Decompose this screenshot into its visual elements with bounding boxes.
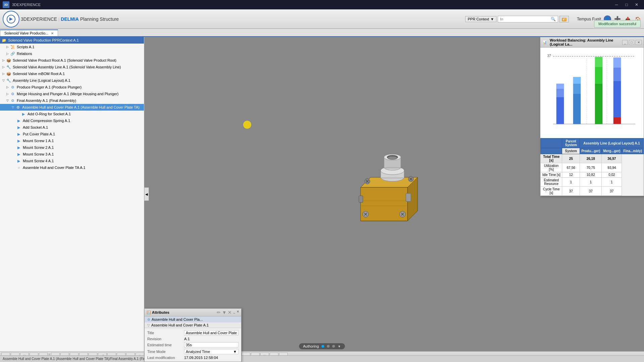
relations-icon: 🔗 xyxy=(10,51,15,56)
attr-value-last-mod: 17.09.2015 12:58:04 xyxy=(184,356,218,360)
merge-icon: ⚙ xyxy=(10,91,15,97)
authoring-expand[interactable]: ▼ xyxy=(338,345,341,348)
tree-item-add-socket[interactable]: ▶ Add Socket A.1 xyxy=(0,124,144,131)
tag-button[interactable]: 🏷 xyxy=(559,16,569,22)
attr-value-revision: A.1 xyxy=(184,337,190,341)
workload-restore[interactable]: □ xyxy=(629,40,634,45)
main-toolbar: 3DEXPERIENCE | DELMIA Planning Structure… xyxy=(0,9,644,29)
tree-screw4-label: Mount Screw 4 A.1 xyxy=(23,159,54,163)
search-input[interactable] xyxy=(500,17,551,21)
svg-rect-43 xyxy=(613,58,621,68)
search-box[interactable]: 🔍 xyxy=(498,16,558,22)
planning-structure-label: Planning Structure xyxy=(80,16,119,22)
tree-item-assembly-line[interactable]: ▷ 🔧 Solenoid Valve Assembly Line A.1 (So… xyxy=(0,64,144,70)
tree-item-mount-screw2[interactable]: ▶ Mount Screw 2 A.1 xyxy=(0,144,144,151)
tree-item-relations[interactable]: ▷ 🔗 Relations xyxy=(0,50,144,57)
tree-item-mount-screw3[interactable]: ▶ Mount Screw 3 A.1 xyxy=(0,151,144,158)
ppr-context-dropdown[interactable]: PPR Context ▼ xyxy=(465,16,496,22)
authoring-label: Authoring xyxy=(303,344,319,348)
minimize-button[interactable]: ─ xyxy=(612,0,621,9)
workload-close[interactable]: ✕ xyxy=(636,40,642,45)
tree-produce-label: Produce Plunger A.1 (Produce Plunger) xyxy=(17,85,82,89)
attr-minimize[interactable]: _ xyxy=(233,310,235,315)
wl-row-est-resource: Estimated Resource 1 1 1 xyxy=(541,178,644,187)
attributes-title-bar: 🪟 Attributes ✏ ▼ ✕ _ ✕ xyxy=(145,309,241,316)
tree-item-mount-screw1[interactable]: ▶ Mount Screw 1 A.1 xyxy=(0,137,144,144)
authoring-dot-3[interactable] xyxy=(332,345,335,348)
attr-row-title: Title xyxy=(146,329,240,336)
wl-cell-val-30: 1 xyxy=(562,178,580,187)
ppr-dropdown-arrow: ▼ xyxy=(490,17,494,21)
svg-rect-34 xyxy=(556,84,564,89)
assemble-hull-icon: ⚙ xyxy=(15,105,21,110)
tree-item-add-oring[interactable]: ▶ Add O-Ring for Socket A.1 xyxy=(0,111,144,117)
expand-oring[interactable] xyxy=(16,112,20,116)
close-button[interactable]: ✕ xyxy=(632,0,641,9)
expand-mbom-root[interactable]: ▷ xyxy=(1,72,5,76)
tree-item-logical-layout[interactable]: ▽ 🔧 Assembly Line (Logical Layout) A.1 xyxy=(0,77,144,84)
wl-row-utilization: Utilization [%] 67,56 70,75 93,94 xyxy=(541,163,644,172)
tree-item-scripts[interactable]: ▷ 📜 Scripts A.1 xyxy=(0,44,144,50)
tree-root-label: Solenoid Valve Production PPRContext A.1 xyxy=(8,38,79,42)
wl-cell-val-21: 10,82 xyxy=(580,172,602,178)
expand-merge[interactable]: ▷ xyxy=(5,92,9,96)
tag-icon: 🏷 xyxy=(562,18,567,21)
workload-table: Parent System Assembly Line (Logical Lay… xyxy=(540,138,644,196)
attributes-panel: 🪟 Attributes ✏ ▼ ✕ _ ✕ ⚙ Assemble Hull a… xyxy=(144,308,241,362)
attr-input-est-time[interactable] xyxy=(184,342,238,348)
tree-screw1-label: Mount Screw 1 A.1 xyxy=(23,139,54,143)
tree-panel: 📁 Solenoid Valve Production PPRContext A… xyxy=(0,37,144,351)
attr-input-title[interactable] xyxy=(184,330,238,336)
search-icon[interactable]: 🔍 xyxy=(551,17,556,21)
tab-bar: Solenoid Valve Productio... ✕ xyxy=(0,29,644,37)
notification-text: Modification successful xyxy=(598,22,636,26)
workload-minimize[interactable]: _ xyxy=(622,40,628,45)
workload-table-container: Parent System Assembly Line (Logical Lay… xyxy=(540,138,644,196)
tree-item-produce-plunger[interactable]: ▷ ⚙ Produce Plunger A.1 (Produce Plunger… xyxy=(0,84,144,90)
maximize-button[interactable]: □ xyxy=(622,0,631,9)
wl-cell-label-0: Total Time [s] xyxy=(541,154,562,163)
tree-item-mbom-root[interactable]: ▷ 📦 Solenoid Valve mBOM Root A.1 xyxy=(0,70,144,77)
tree-item-product-root[interactable]: ▷ 📦 Solenoid Valve Product Root A.1 (Sol… xyxy=(0,57,144,64)
wl-col-header-parent: Parent System xyxy=(562,138,580,148)
authoring-dot-2[interactable] xyxy=(327,345,330,348)
tree-item-add-spring[interactable]: ▶ Add Compression Spring A.1 xyxy=(0,117,144,124)
tree-item-assemble-ta[interactable]: ○ Assemble Hull and Cover Plate TA A.1 xyxy=(0,164,144,171)
3d-view[interactable]: ◀ xyxy=(144,37,644,351)
expand-product-root[interactable]: ▷ xyxy=(1,58,5,62)
tree-item-final-assembly[interactable]: ▽ ⚙ Final Assembly A.1 (Final Assembly) xyxy=(0,97,144,104)
assembly-line-icon: 🔧 xyxy=(6,64,11,70)
win-controls: ─ □ ✕ xyxy=(612,0,641,9)
main-area: 📁 Solenoid Valve Production PPRContext A… xyxy=(0,37,644,351)
attr-select-time-mode[interactable]: Analyzed Time ▼ xyxy=(184,349,238,354)
assemble-ta-icon: ○ xyxy=(16,165,21,170)
expand-assemble-hull[interactable]: ▽ xyxy=(11,105,15,109)
expand-final[interactable]: ▽ xyxy=(5,99,9,103)
tree-item-assemble-hull[interactable]: ▽ ⚙ Assemble Hull and Cover Plate A.1 (A… xyxy=(0,104,144,111)
tree-assembly-line-label: Solenoid Valve Assembly Line A.1 (Soleno… xyxy=(13,65,121,69)
screw4-icon: ▶ xyxy=(16,158,21,164)
expand-relations[interactable]: ▷ xyxy=(5,52,9,56)
notification-banner: Modification successful xyxy=(594,20,641,27)
attr-label-last-mod: Last modification xyxy=(147,356,184,360)
tab-close-button[interactable]: ✕ xyxy=(51,32,54,35)
expand-produce[interactable]: ▷ xyxy=(5,85,9,89)
expand-logical[interactable]: ▽ xyxy=(1,78,5,82)
tree-item-put-cover[interactable]: ▶ Put Cover Plate A.1 xyxy=(0,131,144,137)
authoring-dot-1[interactable] xyxy=(322,345,324,348)
attr-controls: ✏ ▼ ✕ _ ✕ xyxy=(217,310,239,315)
wl-cell-label-4: Cycle Time [s] xyxy=(541,187,562,196)
attr-label-time-mode: Time Mode xyxy=(147,350,184,354)
tab-solenoid[interactable]: Solenoid Valve Productio... ✕ xyxy=(0,29,58,36)
attr-close[interactable]: ✕ xyxy=(236,310,239,315)
attr-section[interactable]: ▽ Assemble Hull and Cover Plate A.1 xyxy=(145,322,241,328)
expand-scripts[interactable]: ▷ xyxy=(5,45,9,49)
product-root-icon: 📦 xyxy=(6,58,11,63)
expand-assembly-line[interactable]: ▷ xyxy=(1,65,5,69)
tree-root[interactable]: 📁 Solenoid Valve Production PPRContext A… xyxy=(0,37,144,44)
attr-select-value: Analyzed Time xyxy=(186,350,210,354)
svg-marker-1 xyxy=(9,17,13,21)
tree-item-merge-housing[interactable]: ▷ ⚙ Merge Housing and Plunger A.1 (Merge… xyxy=(0,90,144,97)
collapse-left-button[interactable]: ◀ xyxy=(144,187,149,201)
tree-item-mount-screw4[interactable]: ▶ Mount Screw 4 A.1 xyxy=(0,158,144,164)
